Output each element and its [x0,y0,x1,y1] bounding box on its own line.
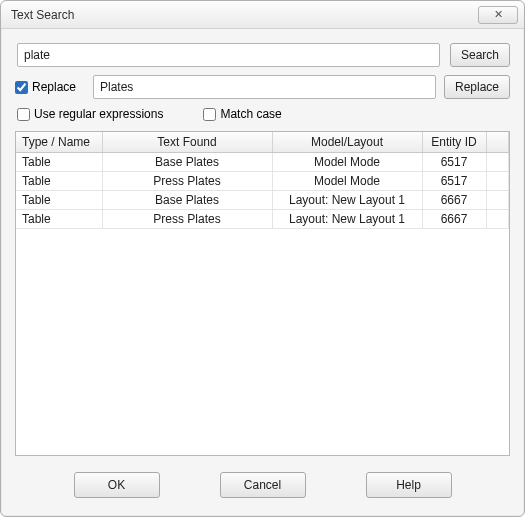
results-table: Type / Name Text Found Model/Layout Enti… [16,132,509,229]
table-row[interactable]: TablePress PlatesLayout: New Layout 1666… [16,210,509,229]
cell-type: Table [16,210,102,229]
cell-pad [486,172,509,191]
table-row[interactable]: TableBase PlatesLayout: New Layout 16667 [16,191,509,210]
regex-checkbox[interactable]: Use regular expressions [17,107,163,121]
cell-type: Table [16,153,102,172]
replace-checkbox-input[interactable] [15,81,28,94]
search-input[interactable] [17,43,440,67]
cell-entity: 6517 [422,153,486,172]
col-header-type[interactable]: Type / Name [16,132,102,153]
cell-type: Table [16,191,102,210]
replace-row: Replace Replace [15,75,510,99]
close-button[interactable]: ✕ [478,6,518,24]
cell-text: Base Plates [102,191,272,210]
replace-checkbox[interactable]: Replace [15,80,85,94]
matchcase-checkbox-label: Match case [220,107,281,121]
cell-model: Layout: New Layout 1 [272,210,422,229]
table-row[interactable]: TableBase PlatesModel Mode6517 [16,153,509,172]
col-header-model[interactable]: Model/Layout [272,132,422,153]
col-header-entity[interactable]: Entity ID [422,132,486,153]
help-button[interactable]: Help [366,472,452,498]
options-row: Use regular expressions Match case [15,107,510,121]
replace-input[interactable] [93,75,436,99]
cell-pad [486,210,509,229]
dialog-button-row: OK Cancel Help [15,456,510,506]
matchcase-checkbox-input[interactable] [203,108,216,121]
search-row: Search [15,43,510,67]
titlebar: Text Search ✕ [1,1,524,29]
col-header-pad [486,132,509,153]
cell-pad [486,153,509,172]
dialog-content: Search Replace Replace Use regular expre… [1,29,524,516]
cell-model: Layout: New Layout 1 [272,191,422,210]
cell-pad [486,191,509,210]
table-header-row: Type / Name Text Found Model/Layout Enti… [16,132,509,153]
results-table-wrap: Type / Name Text Found Model/Layout Enti… [15,131,510,456]
window-title: Text Search [11,8,478,22]
col-header-text[interactable]: Text Found [102,132,272,153]
replace-button[interactable]: Replace [444,75,510,99]
close-icon: ✕ [494,8,503,21]
text-search-dialog: Text Search ✕ Search Replace Replace Use… [0,0,525,517]
matchcase-checkbox[interactable]: Match case [203,107,281,121]
ok-button[interactable]: OK [74,472,160,498]
cell-model: Model Mode [272,172,422,191]
cell-entity: 6667 [422,191,486,210]
cell-model: Model Mode [272,153,422,172]
regex-checkbox-input[interactable] [17,108,30,121]
search-button[interactable]: Search [450,43,510,67]
replace-checkbox-label: Replace [32,80,76,94]
regex-checkbox-label: Use regular expressions [34,107,163,121]
cell-text: Base Plates [102,153,272,172]
table-row[interactable]: TablePress PlatesModel Mode6517 [16,172,509,191]
cell-entity: 6667 [422,210,486,229]
cell-text: Press Plates [102,172,272,191]
cell-text: Press Plates [102,210,272,229]
cancel-button[interactable]: Cancel [220,472,306,498]
cell-entity: 6517 [422,172,486,191]
cell-type: Table [16,172,102,191]
